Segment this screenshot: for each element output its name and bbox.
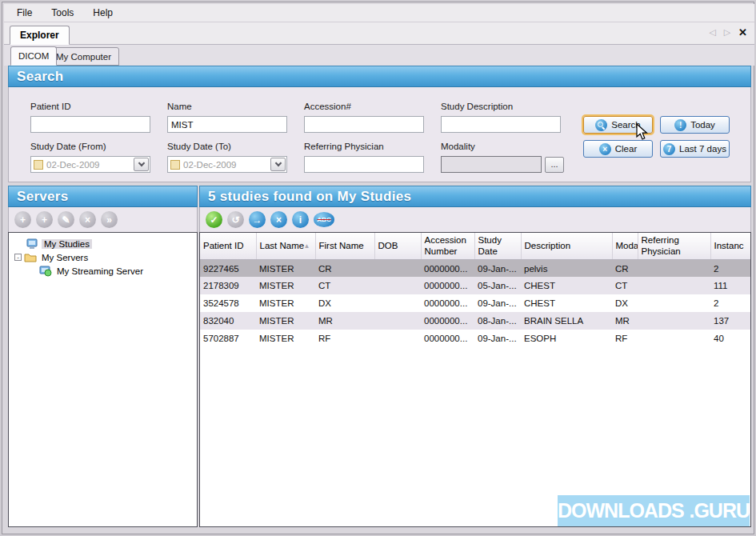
col-modal[interactable]: Modal [612, 233, 638, 259]
table-row[interactable]: 5702887MISTERRF0000000...09-Jan-...ESOPH… [200, 330, 750, 347]
accession-input[interactable] [304, 116, 424, 133]
accept-check-icon[interactable]: ✓ [206, 211, 222, 228]
col-study-date[interactable]: Study Date [474, 233, 521, 259]
explorer-subtab-bar: DICOM My Computer [4, 45, 755, 66]
name-label: Name [167, 102, 192, 111]
study-date-from-combo[interactable]: 02-Dec-2009 [30, 156, 150, 173]
add-server-icon[interactable]: + [14, 211, 31, 228]
application-window: File Tools Help Explorer ◁ ▷ ✕ DICOM My … [0, 0, 756, 536]
nav-back-icon[interactable]: ◁ [709, 27, 715, 38]
table-row[interactable]: 2178309MISTERCT0000000...05-Jan-...CHEST… [200, 277, 750, 294]
tree-item-my-streaming-server[interactable]: My Streaming Server [9, 264, 197, 278]
tab-explorer[interactable]: Explorer [10, 26, 70, 45]
watermark-text-left: DOWNLOADS [558, 499, 684, 522]
search-panel-title: Search [17, 69, 64, 85]
col-last-name[interactable]: Last Name▲ [256, 233, 315, 259]
undo-icon[interactable]: ↺ [227, 211, 244, 228]
dropdown-button[interactable] [270, 158, 286, 171]
col-patient-id[interactable]: Patient ID [200, 233, 256, 259]
servers-panel: Servers + + ✎ × » My Studies - My Server… [8, 186, 198, 527]
downloads-guru-logo-icon [686, 500, 688, 522]
col-referring-physician[interactable]: Referring Physician [638, 233, 710, 259]
col-first-name[interactable]: First Name [315, 233, 374, 259]
col-dob[interactable]: DOB [374, 233, 421, 259]
info-icon[interactable]: i [292, 211, 309, 228]
name-input[interactable] [167, 116, 287, 133]
today-button[interactable]: ! Today [660, 116, 730, 134]
menu-help[interactable]: Help [90, 6, 122, 20]
results-panel: 5 studies found on My Studies ✓ ↺ → × i … [199, 186, 751, 527]
last-7-days-button[interactable]: 7 Last 7 days [660, 140, 730, 158]
exclamation-icon: ! [674, 119, 686, 131]
study-date-to-value: 02-Dec-2009 [180, 160, 270, 170]
chevron-down-icon [138, 160, 144, 166]
tab-dicom[interactable]: DICOM [10, 46, 57, 66]
mouse-cursor [636, 123, 651, 141]
edit-pencil-icon[interactable]: ✎ [58, 211, 74, 228]
ping-icon[interactable]: » [101, 211, 118, 228]
study-date-to-label: Study Date (To) [167, 142, 231, 151]
referring-physician-input[interactable] [304, 156, 424, 173]
date-checkbox-icon[interactable] [170, 160, 180, 170]
clear-x-icon: × [599, 143, 611, 155]
modality-input[interactable] [441, 156, 542, 173]
servers-panel-header: Servers [8, 186, 198, 207]
date-checkbox-icon[interactable] [34, 160, 43, 170]
delete-x-icon[interactable]: × [270, 211, 287, 228]
study-date-to-combo[interactable]: 02-Dec-2009 [167, 156, 287, 173]
watermark-text-right: .GURU [689, 499, 750, 522]
nav-forward-icon[interactable]: ▷ [724, 27, 730, 38]
today-button-label: Today [690, 120, 715, 130]
study-date-from-value: 02-Dec-2009 [43, 160, 134, 170]
tree-label: My Streaming Server [54, 266, 146, 276]
delete-icon[interactable]: × [79, 211, 96, 228]
study-date-from-label: Study Date (From) [30, 142, 106, 151]
studies-table-container: Patient ID Last Name▲ First Name DOB Acc… [199, 232, 751, 527]
modality-browse-button[interactable]: ... [545, 157, 564, 173]
studies-table: Patient ID Last Name▲ First Name DOB Acc… [200, 233, 750, 347]
study-description-label: Study Description [441, 102, 513, 111]
menu-file[interactable]: File [14, 6, 42, 20]
anonymize-abc-icon[interactable]: ABC [314, 212, 334, 227]
clear-button[interactable]: × Clear [583, 140, 653, 158]
search-icon [595, 119, 607, 131]
table-row[interactable]: 9227465MISTERCR0000000...09-Jan-...pelvi… [200, 259, 750, 277]
close-icon[interactable]: ✕ [738, 26, 747, 38]
patient-id-input[interactable] [30, 116, 150, 133]
results-panel-title: 5 studies found on My Studies [208, 189, 411, 205]
tree-label: My Servers [39, 253, 90, 262]
servers-tree: My Studies - My Servers My Streaming Ser… [8, 232, 198, 527]
seven-icon: 7 [663, 143, 675, 155]
folder-icon [24, 252, 37, 262]
col-accession-number[interactable]: Accession Number [421, 233, 474, 259]
col-description[interactable]: Description [521, 233, 612, 259]
col-instances[interactable]: Instanc [710, 233, 750, 259]
streaming-server-icon [39, 266, 52, 277]
collapse-icon[interactable]: - [14, 254, 22, 261]
clear-button-label: Clear [615, 144, 637, 154]
col-last-name-label: Last Name [260, 241, 305, 250]
accession-label: Accession# [304, 102, 351, 111]
last-7-days-button-label: Last 7 days [679, 144, 726, 154]
menu-tools[interactable]: Tools [48, 6, 83, 20]
send-arrow-icon[interactable]: → [249, 211, 266, 228]
dropdown-button[interactable] [134, 158, 149, 171]
patient-id-label: Patient ID [30, 102, 71, 111]
table-row[interactable]: 832040MISTERMR0000000...08-Jan-...BRAIN … [200, 312, 750, 330]
servers-toolbar: + + ✎ × » [8, 207, 198, 232]
tab-my-computer[interactable]: My Computer [48, 47, 119, 66]
computer-icon [26, 238, 39, 250]
downloads-guru-watermark: DOWNLOADS .GURU [558, 495, 750, 526]
tree-item-my-servers[interactable]: - My Servers [9, 250, 197, 264]
search-panel-header: Search [8, 66, 751, 87]
menu-bar: File Tools Help [4, 4, 755, 22]
table-header-row: Patient ID Last Name▲ First Name DOB Acc… [200, 233, 750, 259]
results-toolbar: ✓ ↺ → × i ABC [199, 207, 751, 232]
results-panel-header: 5 studies found on My Studies [199, 186, 751, 207]
study-description-input[interactable] [441, 116, 561, 133]
referring-physician-label: Referring Physician [304, 142, 384, 151]
add-group-icon[interactable]: + [36, 211, 53, 228]
tree-label: My Studies [42, 239, 92, 249]
tree-item-my-studies[interactable]: My Studies [9, 237, 197, 250]
table-row[interactable]: 3524578MISTERDX0000000...09-Jan-...CHEST… [200, 294, 750, 312]
